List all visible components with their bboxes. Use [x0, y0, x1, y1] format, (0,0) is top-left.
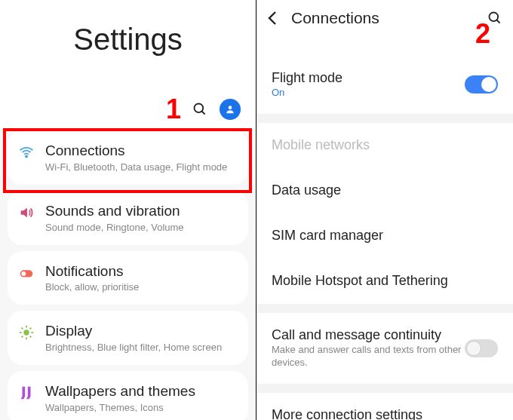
page-title: Settings: [0, 0, 256, 94]
row-title: Call and message continuity: [272, 327, 465, 343]
settings-item-wallpapers[interactable]: Wallpapers and themes Wallpapers, Themes…: [8, 371, 248, 420]
display-icon: [18, 324, 35, 341]
connections-pane: Connections 2 Flight mode On Mobile netw…: [256, 0, 513, 420]
flight-mode-toggle[interactable]: [465, 75, 498, 94]
svg-line-14: [30, 328, 32, 330]
card-sub: Sound mode, Ringtone, Volume: [45, 222, 238, 233]
settings-content: Settings 1 Connections Wi-Fi, Bluetooth,…: [0, 0, 256, 420]
volume-icon: [18, 204, 35, 221]
settings-item-notifications[interactable]: Notifications Block, allow, prioritise: [8, 251, 248, 305]
card-title: Sounds and vibration: [45, 203, 238, 220]
card-title: Notifications: [45, 263, 238, 281]
connections-content: Connections 2 Flight mode On Mobile netw…: [256, 0, 513, 420]
settings-item-connections[interactable]: Connections Wi-Fi, Bluetooth, Data usage…: [8, 130, 248, 185]
row-status: On: [272, 87, 465, 99]
card-title: Connections: [45, 143, 238, 160]
svg-line-13: [22, 336, 23, 338]
card-text: Sounds and vibration Sound mode, Rington…: [45, 203, 238, 233]
row-data-usage[interactable]: Data usage: [256, 168, 513, 213]
card-text: Wallpapers and themes Wallpapers, Themes…: [45, 383, 238, 413]
notification-icon: [18, 265, 35, 281]
row-hotspot[interactable]: Mobile Hotspot and Tethering: [256, 259, 513, 304]
card-text: Connections Wi-Fi, Bluetooth, Data usage…: [45, 143, 238, 173]
back-icon[interactable]: [264, 9, 282, 27]
annotation-step-1: 1: [166, 94, 181, 125]
svg-line-11: [22, 328, 23, 330]
wifi-icon: [18, 144, 35, 161]
row-title: More connection settings: [272, 407, 498, 420]
svg-line-1: [202, 112, 205, 115]
wallpaper-icon: [18, 385, 35, 401]
row-title: Flight mode: [272, 70, 465, 86]
search-icon[interactable]: [192, 102, 207, 117]
svg-line-16: [497, 20, 500, 23]
row-title: SIM card manager: [272, 228, 498, 244]
card-title: Wallpapers and themes: [45, 383, 238, 400]
divider: [256, 384, 513, 393]
row-sim-manager[interactable]: SIM card manager: [256, 213, 513, 259]
row-call-continuity[interactable]: Call and message continuity Make and ans…: [256, 313, 513, 384]
toggle-knob: [481, 77, 496, 92]
settings-item-sounds[interactable]: Sounds and vibration Sound mode, Rington…: [8, 191, 248, 245]
settings-pane: Settings 1 Connections Wi-Fi, Bluetooth,…: [0, 0, 256, 420]
page-title: Connections: [291, 9, 478, 27]
svg-point-0: [195, 104, 204, 113]
settings-list: Connections Wi-Fi, Bluetooth, Data usage…: [0, 130, 256, 420]
row-sub: Make and answer calls and texts from oth…: [272, 344, 465, 369]
row-text: Flight mode On: [272, 70, 465, 99]
divider: [256, 304, 513, 313]
divider: [256, 114, 513, 123]
account-avatar[interactable]: [220, 99, 241, 120]
card-text: Display Brightness, Blue light filter, H…: [45, 323, 238, 353]
annotation-step-2: 2: [475, 18, 490, 50]
row-flight-mode[interactable]: Flight mode On: [256, 56, 513, 114]
svg-point-5: [21, 271, 26, 276]
row-mobile-networks: Mobile networks: [256, 123, 513, 168]
row-title: Mobile Hotspot and Tethering: [272, 273, 498, 289]
row-title: Data usage: [272, 182, 498, 198]
card-sub: Block, allow, prioritise: [45, 281, 238, 293]
card-sub: Wallpapers, Themes, Icons: [45, 402, 238, 413]
row-title: Mobile networks: [272, 137, 498, 153]
toggle-knob: [466, 341, 481, 356]
row-more-settings[interactable]: More connection settings: [256, 393, 513, 420]
card-title: Display: [45, 323, 238, 340]
svg-point-6: [23, 330, 29, 336]
settings-item-display[interactable]: Display Brightness, Blue light filter, H…: [8, 311, 248, 365]
header-icons: [0, 94, 256, 129]
card-text: Notifications Block, allow, prioritise: [45, 263, 238, 293]
svg-point-15: [490, 13, 499, 22]
svg-point-2: [229, 106, 232, 109]
card-sub: Wi-Fi, Bluetooth, Data usage, Flight mod…: [45, 161, 238, 173]
svg-line-12: [30, 336, 32, 338]
continuity-toggle[interactable]: [465, 339, 498, 357]
row-text: Call and message continuity Make and ans…: [272, 327, 465, 369]
svg-point-3: [26, 155, 27, 157]
card-sub: Brightness, Blue light filter, Home scre…: [45, 342, 238, 353]
